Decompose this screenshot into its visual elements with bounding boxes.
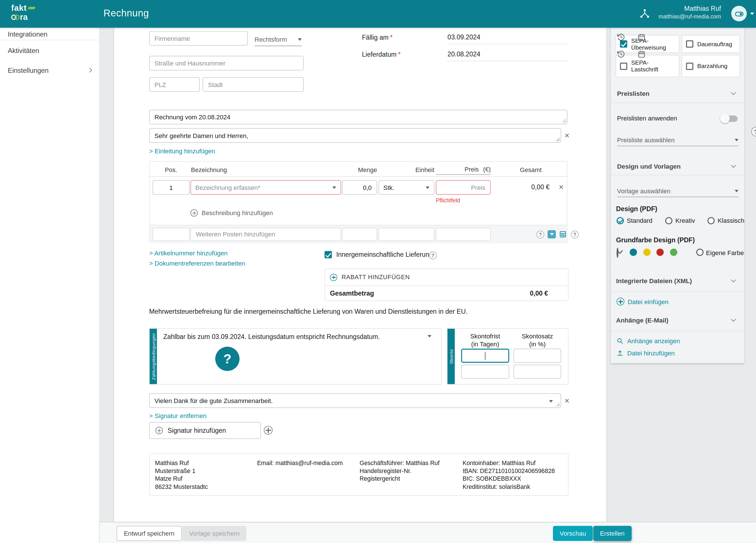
subject-input[interactable]: Rechnung vom 20.08.2024 — [149, 110, 567, 124]
app-logo[interactable]: fakt ra — [11, 4, 35, 22]
datei-einfuegen-link[interactable]: Datei einfügen — [616, 297, 668, 305]
chevron-down-icon[interactable] — [731, 163, 736, 168]
skontofrist-input-2[interactable] — [461, 365, 509, 379]
preislisten-toggle[interactable] — [721, 116, 738, 122]
help-icon[interactable]: ? — [537, 231, 544, 238]
color-dot-teal[interactable] — [630, 249, 637, 256]
color-dot-yellow[interactable] — [643, 249, 651, 256]
skontofrist-input-1[interactable] — [461, 348, 509, 363]
skontosatz-input-2[interactable] — [514, 365, 561, 379]
signatur-hinzufuegen-button[interactable]: Signatur hinzufügen — [149, 422, 261, 439]
sidebar-item-einstellungen[interactable]: Einstellungen — [0, 60, 99, 80]
chevron-down-icon[interactable] — [428, 335, 432, 337]
payment-method-dauerauftrag[interactable]: Dauerauftrag — [682, 35, 740, 53]
artikelnummer-link[interactable]: > Artikelnummer hinzufügen — [149, 250, 228, 257]
vorschau-button[interactable]: Vorschau — [553, 526, 593, 541]
innergemeinschaftlich-row: Innergemeinschaftliche Lieferung — [325, 251, 433, 259]
entwurf-speichern-button[interactable]: Entwurf speichern — [117, 526, 182, 541]
logo-text-bottom: ra — [11, 13, 35, 21]
firmenname-input[interactable] — [149, 31, 248, 46]
vorlage-select[interactable]: Vorlage auswählen — [617, 186, 738, 197]
lieferdatum-row: Lieferdatum* 20.08.2024 — [362, 47, 568, 62]
skontosatz-input-1[interactable] — [514, 348, 561, 363]
color-dot-green[interactable] — [670, 249, 677, 256]
sidebar-item-integrationen[interactable]: Integrationen — [0, 28, 99, 40]
strasse-input[interactable] — [149, 56, 304, 70]
help-icon[interactable]: ? — [571, 231, 578, 238]
item-preis-input[interactable] — [436, 180, 491, 195]
chevron-down-icon[interactable] — [731, 277, 736, 282]
new-preis-input[interactable] — [436, 228, 491, 241]
lieferdatum-field[interactable]: 20.08.2024 — [447, 47, 569, 61]
add-signature-icon[interactable] — [264, 426, 273, 435]
signatur-entfernen-link[interactable]: > Signatur entfernen — [149, 412, 206, 420]
close-icon[interactable]: × — [563, 396, 571, 405]
expand-caret-button[interactable] — [548, 230, 556, 238]
vorlage-speichern-button[interactable]: Vorlage speichern — [182, 526, 246, 541]
item-einheit-select[interactable]: Stk. — [379, 180, 434, 195]
radio-icon[interactable] — [708, 217, 715, 225]
item-bezeichnung-select[interactable]: Bezeichnung erfassen* — [191, 180, 341, 195]
dokumentreferenzen-link[interactable]: > Dokumentreferenzen bearbeiten — [149, 260, 245, 267]
stadt-input[interactable] — [202, 77, 303, 92]
chevron-down-icon[interactable] — [731, 317, 736, 322]
design-option-klassisch[interactable]: Klassisch — [708, 217, 744, 225]
datei-hinzufuegen-link[interactable]: Datei hinzufügen — [616, 349, 675, 357]
greeting-input[interactable]: Sehr geehrte Damen und Herren, — [149, 128, 561, 143]
color-selected-check-icon[interactable] — [616, 248, 618, 258]
closing-text-input[interactable]: Vielen Dank für die gute Zusammenarbeit. — [149, 393, 561, 408]
integrations-hub-icon[interactable] — [639, 8, 650, 19]
item-menge-input[interactable] — [342, 180, 377, 195]
item-pos-input[interactable] — [153, 180, 189, 195]
beschreibung-hinzufuegen-link[interactable]: Beschreibung hinzufügen — [191, 209, 273, 217]
help-icon[interactable]: ? — [429, 252, 437, 259]
rechtsform-select[interactable]: Rechtsform — [255, 33, 302, 46]
checkbox[interactable] — [686, 62, 693, 70]
color-dot-red[interactable] — [656, 249, 664, 256]
preisliste-select[interactable]: Preisliste auswählen — [617, 135, 738, 146]
close-icon[interactable]: × — [563, 131, 571, 140]
col-einheit: Einheit — [379, 166, 434, 174]
calendar-icon[interactable] — [637, 50, 646, 59]
new-einheit-input[interactable] — [379, 228, 434, 241]
checkbox[interactable] — [686, 40, 693, 48]
history-icon[interactable] — [616, 50, 626, 59]
user-block: Matthias Ruf matthias@ruf-media.com — [658, 5, 721, 19]
help-icon[interactable]: ? — [751, 127, 756, 136]
new-menge-input[interactable] — [342, 228, 377, 241]
history-icon[interactable] — [616, 33, 626, 42]
tax-note: Mehrwertsteuerbefreiung für die innergem… — [149, 308, 552, 315]
remove-item-icon[interactable]: × — [557, 183, 566, 191]
plus-circle-icon — [616, 297, 624, 305]
gesamtbetrag-value: 0,00 € — [530, 290, 548, 297]
calculator-grid-icon[interactable] — [559, 230, 567, 238]
new-posten-input[interactable] — [191, 228, 341, 241]
plz-input[interactable] — [149, 77, 200, 92]
design-option-kreativ[interactable]: Kreativ — [665, 217, 695, 225]
preislisten-anwenden-label: Preislisten anwenden — [617, 115, 677, 122]
gesamtbetrag-label: Gesamtbetrag — [330, 290, 374, 297]
anhaenge-anzeigen-link[interactable]: Anhänge anzeigen — [616, 337, 680, 344]
chevron-down-icon[interactable] — [731, 90, 736, 95]
payment-method-barzahlung[interactable]: Barzahlung — [682, 55, 740, 77]
rabatt-hinzufuegen-button[interactable]: RABATT HINZUFÜGEN — [325, 269, 568, 286]
logo-ring-icon — [14, 14, 20, 20]
design-option-standard[interactable]: Standard — [616, 217, 652, 225]
avatar[interactable] — [731, 6, 747, 22]
radio-icon[interactable] — [665, 217, 673, 225]
footer-col-contact: Email: matthias@ruf-media.com — [257, 459, 343, 467]
new-pos-input[interactable] — [153, 228, 189, 241]
check-circle-icon[interactable] — [616, 217, 624, 225]
faellig-am-field[interactable]: 03.09.2024 — [447, 30, 569, 44]
checkbox[interactable] — [620, 62, 627, 70]
erstellen-button[interactable]: Erstellen — [593, 526, 632, 541]
innergemeinschaftlich-checkbox[interactable] — [325, 251, 332, 259]
eigene-farbe-radio[interactable] — [696, 249, 704, 256]
calendar-icon[interactable] — [637, 33, 646, 42]
chevron-down-icon[interactable] — [750, 13, 754, 15]
payment-terms-help-icon[interactable]: ? — [215, 346, 240, 371]
zahlungsbedingungen-text: Zahlbar bis zum 03.09.2024. Leistungsdat… — [163, 333, 426, 340]
sidebar-item-aktivitaeten[interactable]: Aktivitäten — [0, 40, 99, 60]
design-section-title: Design und Vorlagen — [617, 163, 681, 170]
einleitung-link[interactable]: > Einleitung hinzufügen — [149, 148, 215, 155]
